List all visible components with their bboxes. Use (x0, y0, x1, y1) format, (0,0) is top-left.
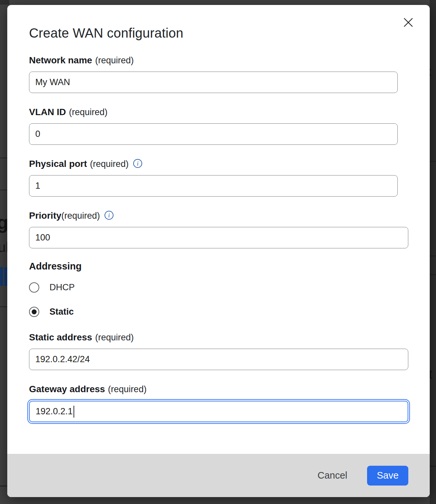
static-address-input[interactable] (29, 349, 408, 370)
background-divider (430, 256, 436, 256)
static-address-label: Static address (required) (29, 332, 134, 343)
addressing-option-static[interactable]: Static (29, 306, 74, 317)
close-icon (403, 17, 413, 27)
info-icon: i (133, 159, 142, 169)
background-divider (0, 486, 8, 487)
info-icon: i (104, 210, 114, 221)
vlan-id-input[interactable] (29, 123, 398, 145)
text-caret (74, 406, 75, 418)
background-divider (0, 190, 8, 190)
background-divider (430, 274, 436, 275)
gateway-address-value: 192.0.2.1 (36, 406, 73, 417)
background-divider (430, 466, 436, 467)
svg-text:i: i (108, 212, 110, 219)
addressing-option-dhcp[interactable]: DHCP (29, 282, 75, 293)
network-name-input[interactable] (29, 72, 398, 93)
radio-selected-icon[interactable] (29, 307, 39, 317)
background-header-fragment (0, 0, 9, 5)
svg-text:i: i (137, 160, 139, 167)
priority-info-button[interactable]: i (104, 211, 114, 221)
background-divider (0, 158, 8, 158)
create-wan-configuration-dialog: Create WAN configuration Network name (r… (7, 5, 430, 497)
physical-port-info-button[interactable]: i (133, 159, 142, 169)
priority-label: Priority (required) i (29, 210, 114, 221)
cancel-button[interactable]: Cancel (314, 468, 351, 483)
gateway-address-input[interactable]: 192.0.2.1 (29, 401, 408, 422)
background-divider (430, 161, 436, 162)
gateway-address-label: Gateway address (required) (29, 384, 146, 395)
dialog-title: Create WAN configuration (29, 26, 183, 41)
priority-input[interactable] (29, 227, 408, 248)
physical-port-label: Physical port (required) i (29, 158, 142, 170)
background-button-fragment (0, 267, 3, 286)
addressing-heading: Addressing (29, 261, 82, 272)
network-name-label: Network name (required) (29, 55, 134, 66)
radio-unselected-icon[interactable] (29, 282, 39, 293)
vlan-id-label: VLAN ID (required) (29, 107, 108, 118)
save-button[interactable]: Save (367, 466, 408, 486)
dialog-footer: Cancel Save (7, 454, 430, 497)
close-button[interactable] (401, 15, 416, 30)
physical-port-input[interactable] (29, 175, 398, 197)
